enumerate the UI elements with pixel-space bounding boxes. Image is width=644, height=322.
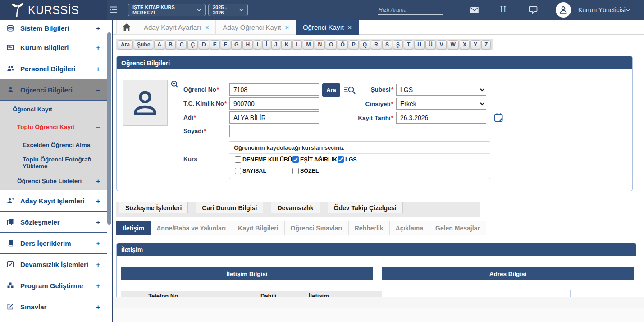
filter-letter-button[interactable]: Ara: [118, 40, 133, 49]
brand[interactable]: KURSSİS: [0, 0, 107, 20]
detail-tab-anne-baba[interactable]: Anne/Baba ve Yakınları: [151, 221, 232, 235]
odev-takip-cizelgesi-button[interactable]: Ödev Takip Çizelgesi: [328, 202, 403, 213]
ogrenci-no-input[interactable]: [229, 83, 319, 96]
expand-plus-icon[interactable]: +: [96, 44, 100, 51]
filter-letter-button[interactable]: M: [303, 40, 314, 49]
filter-letter-button[interactable]: Şube: [134, 40, 153, 49]
filter-letter-button[interactable]: O: [326, 40, 336, 49]
sidebar-item-kurum-bilgileri[interactable]: Kurum Bilgileri +: [0, 37, 107, 58]
tc-kimlik-input[interactable]: [229, 97, 319, 110]
filter-letter-button[interactable]: K: [281, 40, 292, 49]
filter-letter-button[interactable]: T: [404, 40, 413, 49]
expand-plus-icon[interactable]: +: [96, 197, 100, 205]
tab-aday-ogrenci-kayit[interactable]: Aday Öğrenci Kayıt ×: [216, 20, 296, 35]
adi-input[interactable]: [229, 111, 319, 124]
search-student-button[interactable]: Ara: [322, 83, 340, 97]
checkbox-input[interactable]: [235, 156, 241, 163]
filter-letter-button[interactable]: L: [292, 40, 302, 49]
detail-tab-kayit-bilgileri[interactable]: Kayıt Bilgileri: [232, 221, 284, 235]
sidebar-item-ders-iceriklerim[interactable]: Ders İçeriklerim +: [0, 233, 107, 254]
filter-letter-button[interactable]: I: [254, 40, 261, 49]
h-shortcut[interactable]: H: [500, 5, 506, 14]
user-role-label[interactable]: Kurum Yöneticisi: [578, 6, 626, 14]
soyadi-input[interactable]: [229, 125, 319, 137]
expand-plus-icon[interactable]: +: [96, 261, 100, 268]
sidebar-item-devamsizlik-islemleri[interactable]: Devamsızlık İşlemleri +: [0, 254, 107, 275]
filter-letter-button[interactable]: E: [210, 40, 220, 49]
filter-letter-button[interactable]: H: [242, 40, 253, 49]
organization-dropdown[interactable]: İŞTE KİTAP KURS MERKEZİ: [128, 4, 206, 16]
expand-plus-icon[interactable]: +: [96, 239, 100, 247]
photo-zoom-icon[interactable]: [171, 80, 178, 88]
filter-letter-button[interactable]: S: [382, 40, 392, 49]
filter-letter-button[interactable]: G: [231, 40, 242, 49]
calendar-edit-icon[interactable]: [493, 112, 504, 123]
cari-durum-bilgisi-button[interactable]: Cari Durum Bilgisi: [196, 202, 263, 213]
messages-envelope-icon[interactable]: [470, 7, 479, 13]
sidebar-item-sinavlar[interactable]: Sınavlar +: [0, 296, 107, 317]
checkbox-input[interactable]: [292, 156, 299, 163]
sidebar-item-program-gelistirme[interactable]: Program Geliştirme +: [0, 275, 107, 296]
checkbox-esit-agirlik[interactable]: EŞİT AĞIRLIK: [292, 156, 337, 163]
submenu-item-excelden-ogrenci-alma[interactable]: Excelden Öğrenci Alma: [0, 136, 107, 154]
filter-letter-button[interactable]: X: [460, 40, 470, 49]
sidebar-scrollbar-thumb[interactable]: [107, 32, 111, 225]
sidebar-item-personel-bilgileri[interactable]: Personel Bilgileri +: [0, 58, 107, 79]
devamsizlik-button[interactable]: Devamsızlık: [271, 202, 320, 213]
sidebar-item-ogrenci-bilgileri[interactable]: Öğrenci Bilgileri −: [0, 79, 107, 101]
filter-letter-button[interactable]: Ç: [187, 40, 198, 49]
close-icon[interactable]: ×: [348, 24, 352, 31]
filter-letter-button[interactable]: P: [349, 40, 359, 49]
collapse-minus-icon[interactable]: −: [96, 123, 100, 131]
chat-bubble-icon[interactable]: [529, 6, 538, 14]
filter-letter-button[interactable]: Z: [481, 40, 491, 49]
detail-tab-gelen-mesajlar[interactable]: Gelen Mesajlar: [429, 221, 486, 235]
close-icon[interactable]: ×: [205, 24, 209, 31]
sidebar-item-sistem-bilgileri[interactable]: Sistem Bilgileri +: [0, 20, 107, 37]
filter-letter-button[interactable]: C: [177, 40, 187, 49]
submenu-item-toplu-ogrenci-kayit[interactable]: Toplu Öğrenci Kayıt −: [0, 118, 107, 136]
tab-aday-kayit-ayarlari[interactable]: Aday Kayıt Ayarları ×: [137, 20, 216, 35]
detail-tab-iletisim[interactable]: İletişim: [116, 221, 151, 235]
filter-letter-button[interactable]: W: [448, 40, 459, 49]
filter-letter-button[interactable]: D: [199, 40, 209, 49]
checkbox-input[interactable]: [235, 168, 241, 174]
checkbox-sozel[interactable]: SÖZEL: [292, 168, 319, 174]
user-menu-chevron-icon[interactable]: [626, 9, 630, 12]
filter-letter-button[interactable]: Y: [470, 40, 480, 49]
submenu-item-toplu-fotograf-yukleme[interactable]: Toplu Öğrenci Fotoğrafı Yükleme: [0, 154, 107, 172]
filter-letter-button[interactable]: Ş: [393, 40, 403, 49]
checkbox-input[interactable]: [338, 156, 344, 163]
filter-letter-button[interactable]: B: [165, 40, 176, 49]
expand-plus-icon[interactable]: +: [96, 177, 100, 185]
checkbox-sayisal[interactable]: SAYISAL: [235, 168, 266, 174]
sidebar-item-aday-kayit-islemleri[interactable]: Aday Kayıt İşlemleri +: [0, 190, 107, 212]
checkbox-input[interactable]: [292, 168, 299, 174]
filter-letter-button[interactable]: Q: [360, 40, 370, 49]
expand-plus-icon[interactable]: +: [96, 303, 100, 311]
checkbox-deneme-kulubu[interactable]: DENEME KULÜBÜ: [235, 156, 292, 163]
detail-tab-aciklama[interactable]: Açıklama: [390, 221, 429, 235]
close-icon[interactable]: ×: [285, 24, 289, 31]
filter-letter-button[interactable]: V: [437, 40, 447, 49]
sidebar-toggle-icon[interactable]: [109, 6, 118, 14]
filter-letter-button[interactable]: J: [271, 40, 281, 49]
filter-letter-button[interactable]: N: [315, 40, 325, 49]
filter-letter-button[interactable]: R: [371, 40, 381, 49]
quick-search-input[interactable]: [378, 5, 443, 15]
filter-letter-button[interactable]: F: [221, 40, 230, 49]
sidebar-item-sozlesmeler[interactable]: Sözleşmeler +: [0, 212, 107, 233]
expand-plus-icon[interactable]: +: [96, 282, 100, 290]
filter-letter-button[interactable]: İ: [262, 40, 270, 49]
checkbox-lgs[interactable]: LGS: [338, 156, 357, 163]
expand-plus-icon[interactable]: +: [96, 65, 100, 73]
address-input[interactable]: [488, 290, 571, 297]
expand-plus-icon[interactable]: +: [96, 218, 100, 226]
sozlesme-islemleri-button[interactable]: Sözleşme İşlemleri: [119, 202, 188, 213]
cinsiyeti-select[interactable]: Erkek: [396, 98, 486, 110]
submenu-item-ogrenci-sube-listeleri[interactable]: Öğrenci Şube Listeleri +: [0, 172, 107, 190]
filter-letter-button[interactable]: Ö: [338, 40, 348, 49]
school-year-dropdown[interactable]: 2025 - 2026: [208, 4, 248, 16]
submenu-item-ogrenci-kayit[interactable]: Öğrenci Kayıt: [0, 101, 107, 118]
student-photo-placeholder[interactable]: [123, 80, 168, 126]
